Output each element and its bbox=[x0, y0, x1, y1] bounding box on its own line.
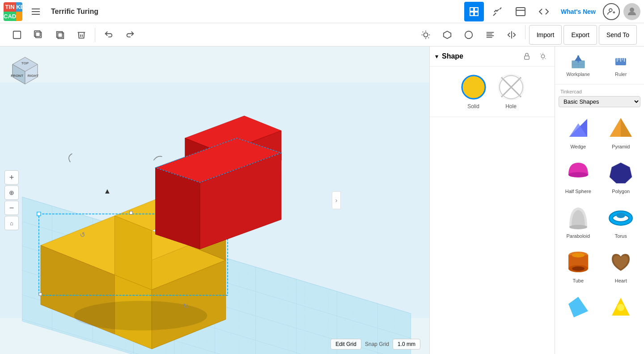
library-source-label: Tinkercad bbox=[559, 88, 640, 95]
svg-point-8 bbox=[609, 8, 612, 12]
workplane-button[interactable]: Workplane bbox=[559, 50, 598, 80]
shape-item-extra2[interactable] bbox=[602, 290, 641, 324]
library-dropdown[interactable]: Basic Shapes bbox=[559, 96, 640, 107]
shape-lock-button[interactable] bbox=[521, 50, 533, 63]
new-design-button[interactable] bbox=[7, 25, 27, 45]
wedge-icon bbox=[564, 114, 593, 142]
shape-panel: ▾ Shape Solid bbox=[429, 46, 555, 354]
snap-grid-value[interactable]: 1.0 mm bbox=[393, 339, 420, 350]
light-button[interactable] bbox=[416, 25, 436, 45]
pyramid-icon bbox=[606, 114, 635, 142]
mirror-button[interactable] bbox=[502, 25, 521, 45]
svg-line-21 bbox=[428, 37, 429, 38]
svg-marker-24 bbox=[443, 31, 451, 38]
svg-point-95 bbox=[568, 172, 588, 177]
svg-marker-94 bbox=[621, 118, 632, 137]
toolbar-separator bbox=[95, 28, 95, 42]
fit-view-button[interactable]: ⊕ bbox=[4, 185, 19, 200]
shapes-library: Tinkercad Basic Shapes Wedge bbox=[555, 84, 644, 354]
tube-label: Tube bbox=[572, 278, 584, 283]
collapse-panel-button[interactable]: › bbox=[332, 191, 341, 209]
shape-panel-header: ▾ Shape bbox=[430, 46, 555, 67]
grid-view-button[interactable] bbox=[464, 2, 484, 21]
half-sphere-label: Half Sphere bbox=[565, 189, 591, 194]
heart-label: Heart bbox=[615, 278, 627, 283]
svg-point-109 bbox=[617, 304, 624, 311]
undo-button[interactable] bbox=[99, 25, 119, 45]
shapes-grid: Wedge Pyramid bbox=[559, 111, 640, 286]
svg-rect-7 bbox=[516, 8, 525, 16]
ruler-button[interactable]: Ruler bbox=[602, 50, 641, 80]
half-sphere-icon bbox=[564, 158, 593, 187]
viewport[interactable]: ↺ ↺ ↻ ▲ bbox=[0, 46, 429, 354]
copy-button[interactable] bbox=[29, 25, 48, 45]
paraboloid-icon bbox=[564, 203, 593, 232]
edit-grid-button[interactable]: Edit Grid bbox=[330, 339, 361, 350]
zoom-controls: + ⊕ − ⌂ bbox=[4, 170, 19, 230]
import-button[interactable]: Import bbox=[529, 25, 562, 45]
toolbar-right: Import Export Send To bbox=[416, 25, 637, 45]
svg-rect-4 bbox=[475, 8, 478, 11]
svg-text:FRONT: FRONT bbox=[11, 74, 23, 78]
tools-button[interactable] bbox=[487, 2, 507, 21]
svg-point-98 bbox=[569, 225, 587, 229]
shape-item-torus[interactable]: Torus bbox=[602, 200, 641, 241]
library-selector: Basic Shapes bbox=[559, 96, 640, 107]
svg-rect-3 bbox=[470, 8, 474, 11]
send-to-button[interactable]: Send To bbox=[599, 25, 637, 45]
tube-icon bbox=[564, 248, 593, 276]
top-nav: TIN KER CAD Terrific Turing What's New bbox=[0, 0, 644, 23]
workplane-label: Workplane bbox=[567, 72, 590, 77]
shape-item-paraboloid[interactable]: Paraboloid bbox=[559, 200, 598, 241]
solid-option[interactable]: Solid bbox=[460, 74, 487, 110]
pyramid-label: Pyramid bbox=[612, 144, 630, 149]
view-cube[interactable]: TOP FRONT RIGHT bbox=[7, 54, 43, 89]
home-view-button[interactable]: ⌂ bbox=[4, 216, 19, 230]
redo-button[interactable] bbox=[120, 25, 140, 45]
svg-rect-44 bbox=[37, 212, 41, 215]
shape-panel-chevron[interactable]: ▾ bbox=[435, 53, 438, 60]
svg-marker-84 bbox=[575, 55, 582, 61]
svg-line-71 bbox=[540, 54, 541, 54]
polygon-label: Polygon bbox=[612, 189, 630, 194]
logo-br bbox=[16, 12, 22, 21]
polygon-tool-button[interactable] bbox=[437, 25, 457, 45]
shape-item-heart[interactable]: Heart bbox=[602, 245, 641, 286]
shape-item-half-sphere[interactable]: Half Sphere bbox=[559, 156, 598, 197]
svg-rect-6 bbox=[475, 12, 478, 16]
ruler-icon bbox=[613, 54, 629, 70]
shape-item-extra1[interactable] bbox=[559, 290, 598, 324]
duplicate-button[interactable] bbox=[50, 25, 70, 45]
torus-label: Torus bbox=[615, 233, 627, 239]
user-avatar[interactable] bbox=[623, 3, 640, 20]
shape-light-button[interactable] bbox=[537, 50, 549, 63]
gallery-button[interactable] bbox=[511, 2, 530, 21]
menu-button[interactable] bbox=[26, 2, 46, 21]
bottom-bar: Edit Grid Snap Grid 1.0 mm bbox=[330, 339, 420, 350]
svg-rect-67 bbox=[525, 56, 530, 59]
export-button[interactable]: Export bbox=[564, 25, 597, 45]
code-button[interactable] bbox=[534, 2, 554, 21]
logo-tl: TIN bbox=[4, 2, 16, 12]
shape-item-pyramid[interactable]: Pyramid bbox=[602, 111, 641, 152]
align-button[interactable] bbox=[480, 25, 500, 45]
shape-item-polygon[interactable]: Polygon bbox=[602, 156, 641, 197]
circle-tool-button[interactable] bbox=[459, 25, 479, 45]
delete-button[interactable] bbox=[72, 25, 91, 45]
torus-icon bbox=[606, 203, 635, 232]
shape-panel-title: Shape bbox=[442, 52, 517, 60]
svg-point-101 bbox=[616, 213, 625, 218]
add-user-button[interactable] bbox=[603, 3, 620, 20]
shape-item-wedge[interactable]: Wedge bbox=[559, 111, 598, 152]
svg-text:↻: ↻ bbox=[183, 302, 189, 310]
shape-item-tube[interactable]: Tube bbox=[559, 245, 598, 286]
zoom-out-button[interactable]: − bbox=[4, 201, 19, 215]
zoom-in-button[interactable]: + bbox=[4, 170, 19, 185]
toolbar: Import Export Send To bbox=[0, 23, 644, 46]
whats-new-button[interactable]: What's New bbox=[557, 6, 599, 17]
svg-point-106 bbox=[572, 266, 585, 271]
logo[interactable]: TIN KER CAD bbox=[4, 2, 22, 21]
svg-point-105 bbox=[572, 253, 585, 257]
shapes-grid-more bbox=[559, 290, 640, 324]
hole-option[interactable]: Hole bbox=[498, 74, 525, 110]
